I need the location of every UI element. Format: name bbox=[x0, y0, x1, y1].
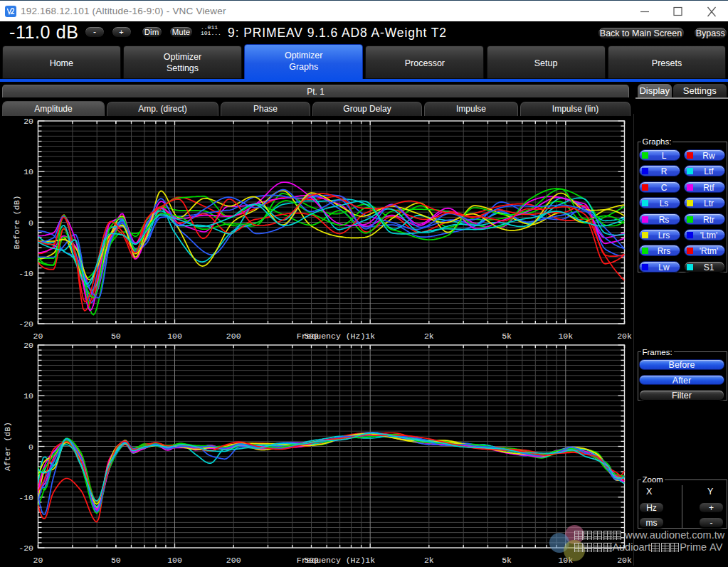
svg-text:200: 200 bbox=[226, 556, 241, 565]
svg-text:5k: 5k bbox=[502, 556, 512, 565]
svg-text:20k: 20k bbox=[617, 556, 632, 565]
svg-text:20: 20 bbox=[23, 341, 33, 350]
svg-text:200: 200 bbox=[226, 332, 241, 341]
svg-text:20: 20 bbox=[33, 332, 43, 341]
svg-text:1k: 1k bbox=[365, 556, 375, 565]
svg-text:1k: 1k bbox=[365, 332, 375, 341]
svg-text:-20: -20 bbox=[19, 544, 33, 553]
svg-text:10: 10 bbox=[23, 391, 33, 401]
svg-text:-20: -20 bbox=[19, 319, 33, 329]
svg-text:20: 20 bbox=[33, 556, 43, 565]
svg-text:100: 100 bbox=[167, 556, 182, 565]
svg-text:After (dB): After (dB) bbox=[3, 422, 12, 471]
svg-text:Frequency (Hz): Frequency (Hz) bbox=[297, 556, 366, 565]
svg-text:10: 10 bbox=[23, 167, 33, 176]
svg-text:50: 50 bbox=[111, 556, 121, 565]
svg-text:Frequency (Hz): Frequency (Hz) bbox=[297, 332, 366, 341]
svg-text:0: 0 bbox=[28, 218, 33, 228]
svg-text:Before (dB): Before (dB) bbox=[12, 196, 21, 250]
svg-text:20: 20 bbox=[23, 117, 33, 126]
svg-text:-10: -10 bbox=[19, 269, 33, 278]
svg-text:50: 50 bbox=[111, 332, 121, 341]
svg-text:10k: 10k bbox=[558, 332, 573, 341]
svg-text:0: 0 bbox=[28, 443, 33, 452]
svg-text:100: 100 bbox=[167, 332, 182, 341]
svg-text:5k: 5k bbox=[502, 332, 512, 341]
svg-text:20k: 20k bbox=[617, 332, 632, 341]
svg-text:2k: 2k bbox=[424, 332, 434, 341]
svg-text:2k: 2k bbox=[424, 556, 434, 565]
svg-text:-10: -10 bbox=[19, 493, 33, 502]
